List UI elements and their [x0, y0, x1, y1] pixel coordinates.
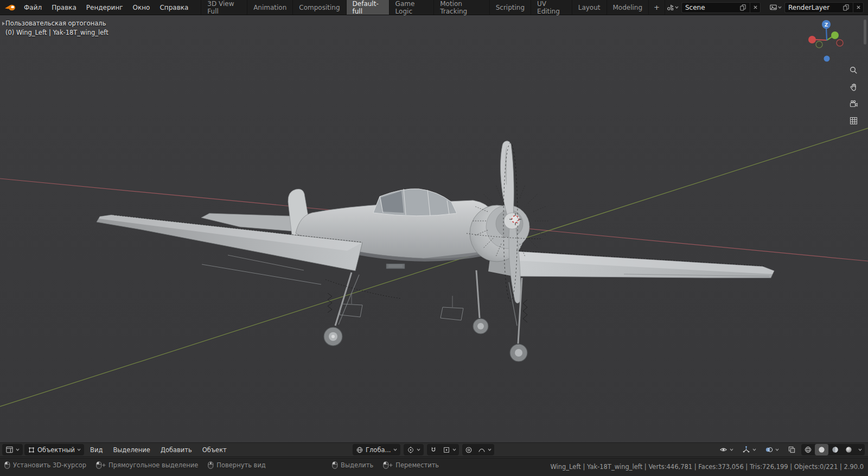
overlays-icon — [765, 446, 773, 454]
menu-select[interactable]: Выделение — [108, 444, 155, 455]
viewport-header-left: Объектный Вид Выделение Добавить Объект — [2, 443, 231, 456]
workspace-tabs: 3D View Full Animation Compositing Defau… — [201, 0, 665, 15]
hand-icon — [849, 82, 858, 92]
chevron-down-icon — [393, 448, 397, 451]
menu-window[interactable]: Окно — [128, 2, 155, 14]
unlink-scene-button[interactable] — [750, 2, 761, 13]
add-workspace-button[interactable]: + — [649, 0, 665, 15]
chevron-down-icon — [730, 448, 733, 451]
close-icon — [856, 5, 861, 10]
mouse-drag-icon — [383, 461, 393, 469]
scene-selector: Scene — [665, 2, 761, 13]
proportional-editing-toggle[interactable] — [462, 444, 475, 455]
status-bar: Установить 3D-курсор Прямоугольное выдел… — [0, 458, 868, 476]
copy-icon[interactable] — [739, 4, 746, 11]
shading-material-button[interactable] — [828, 444, 842, 455]
hint-label: Прямоугольное выделение — [108, 461, 198, 469]
shading-wireframe-button[interactable] — [801, 444, 815, 455]
shading-options-selector[interactable] — [856, 444, 865, 455]
unlink-renderlayer-button[interactable] — [853, 2, 864, 13]
scene-icon — [666, 3, 674, 11]
chevron-down-icon — [417, 448, 420, 451]
orientation-label: Глоба... — [366, 446, 391, 454]
menu-view[interactable]: Вид — [86, 444, 107, 455]
hint-label: Установить 3D-курсор — [13, 461, 86, 469]
renderlayer-name-field[interactable]: RenderLayer — [784, 2, 853, 13]
workspace-tab-3d-view-full[interactable]: 3D View Full — [201, 0, 247, 15]
transform-orientation-selector[interactable]: Глоба... — [353, 444, 400, 455]
mode-selector-label: Объектный — [37, 446, 75, 454]
editor-type-selector[interactable] — [2, 444, 23, 455]
eye-icon — [719, 446, 727, 454]
rendered-sphere-icon — [845, 446, 853, 454]
gizmos-selector[interactable] — [739, 444, 760, 455]
chevron-down-icon — [16, 448, 20, 451]
renderlayer-browse-button[interactable] — [768, 2, 783, 12]
shading-solid-button[interactable] — [815, 444, 828, 455]
pivot-point-selector[interactable] — [404, 444, 424, 455]
overlays-selector[interactable] — [762, 444, 782, 455]
topbar-right: Scene — [665, 2, 864, 13]
scene-browse-button[interactable] — [665, 2, 680, 12]
magnet-icon — [430, 446, 437, 454]
mouse-drag-icon — [96, 461, 106, 469]
workspace-tab-uv-editing[interactable]: UV Editing — [531, 0, 572, 15]
workspace-tab-compositing[interactable]: Compositing — [293, 0, 346, 15]
solid-sphere-icon — [818, 446, 826, 454]
hint-rotate-view: Повернуть вид — [208, 461, 266, 469]
gizmo-z-neg-axis — [824, 56, 830, 62]
close-icon — [753, 5, 758, 10]
toggle-projection-button[interactable] — [846, 113, 860, 128]
workspace-tab-motion-tracking[interactable]: Motion Tracking — [434, 0, 489, 15]
gizmo-y-axis — [831, 31, 839, 39]
scene-name-field[interactable]: Scene — [681, 2, 750, 13]
mouse-middle-icon — [208, 461, 214, 469]
gizmo-x-neg-axis — [837, 40, 843, 46]
menu-render[interactable]: Рендеринг — [81, 2, 128, 14]
renderlayer-selector: RenderLayer — [768, 2, 864, 13]
menu-edit[interactable]: Правка — [47, 2, 81, 14]
menu-add[interactable]: Добавить — [156, 444, 196, 455]
zoom-icon — [849, 66, 858, 75]
proportional-group — [462, 444, 494, 455]
snap-target-selector[interactable] — [440, 444, 459, 455]
menu-file[interactable]: Файл — [19, 2, 47, 14]
chevron-down-icon — [452, 448, 456, 451]
viewport-tools — [846, 63, 860, 128]
blender-window: Файл Правка Рендеринг Окно Справка 3D Vi… — [0, 0, 868, 476]
zoom-view-button[interactable] — [846, 63, 860, 77]
camera-icon — [849, 99, 858, 109]
snap-toggle[interactable] — [427, 444, 440, 455]
chevron-down-icon — [752, 448, 756, 451]
menu-help[interactable]: Справка — [155, 2, 193, 14]
menu-object[interactable]: Объект — [198, 444, 231, 455]
move-view-button[interactable] — [846, 80, 860, 94]
mouse-left-icon — [332, 461, 338, 469]
workspace-tab-animation[interactable]: Animation — [247, 0, 293, 15]
copy-icon[interactable] — [843, 4, 850, 11]
proportional-falloff-selector[interactable] — [475, 444, 494, 455]
editor-type-icon — [5, 446, 14, 454]
chevron-down-icon — [775, 448, 779, 451]
viewport-3d[interactable]: Пользовательская ортогональ (0) Wing_Lef… — [0, 15, 868, 442]
blender-logo-icon[interactable] — [4, 4, 16, 11]
shading-rendered-button[interactable] — [842, 444, 856, 455]
workspace-tab-game-logic[interactable]: Game Logic — [390, 0, 435, 15]
workspace-tab-default-full[interactable]: Default-full — [347, 0, 390, 15]
xray-toggle[interactable] — [784, 444, 799, 455]
camera-view-button[interactable] — [846, 97, 860, 111]
renderlayer-name: RenderLayer — [788, 4, 829, 11]
workspace-tab-modeling[interactable]: Modeling — [607, 0, 649, 15]
region-toggle-icon[interactable] — [2, 21, 5, 26]
object-mode-icon — [28, 446, 35, 454]
navigation-gizmo[interactable]: Z — [807, 17, 846, 67]
hint-label: Переместить — [395, 461, 439, 469]
mode-selector[interactable]: Объектный — [24, 444, 84, 455]
workspace-tab-scripting[interactable]: Scripting — [490, 0, 531, 15]
view-name-label: Пользовательская ортогональ — [5, 20, 106, 27]
workspace-tab-layout[interactable]: Layout — [572, 0, 607, 15]
viewport-scrollbar[interactable] — [864, 20, 866, 45]
scene-name: Scene — [685, 4, 705, 11]
object-visibility-selector[interactable] — [716, 444, 737, 455]
chevron-down-icon — [778, 6, 782, 9]
